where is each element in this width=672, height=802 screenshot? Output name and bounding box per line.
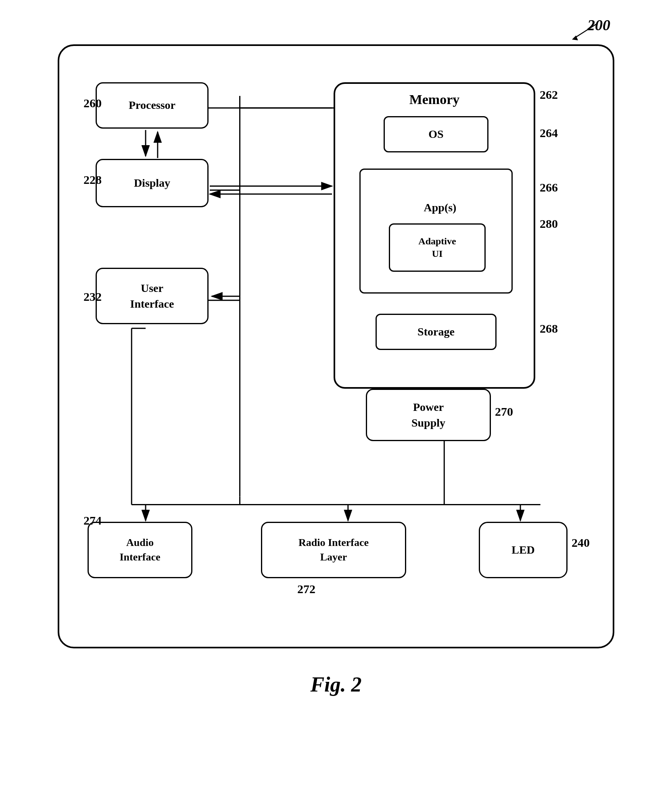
user-interface-box: UserInterface [96, 268, 209, 324]
diagram-area: Processor 260 Display 228 UserInterface … [83, 70, 589, 615]
apps-outer-box: App(s) AdaptiveUI [359, 169, 513, 294]
storage-label: Storage [417, 325, 455, 339]
power-supply-label: PowerSupply [411, 399, 445, 431]
radio-interface-layer-label: Radio InterfaceLayer [298, 535, 369, 565]
display-ref: 228 [83, 173, 102, 187]
memory-title: Memory [335, 92, 534, 107]
audio-interface-ref: 274 [83, 514, 102, 527]
power-supply-ref: 270 [495, 405, 513, 419]
led-label: LED [511, 543, 535, 557]
user-interface-label: UserInterface [130, 280, 174, 312]
storage-ref: 268 [540, 322, 558, 335]
os-label: OS [428, 127, 443, 142]
os-ref: 264 [540, 126, 558, 140]
audio-interface-box: AudioInterface [88, 522, 192, 578]
main-diagram-box: Processor 260 Display 228 UserInterface … [58, 44, 614, 648]
memory-box: Memory 262 OS 264 App(s) AdaptiveUI 266 … [334, 82, 535, 389]
radio-interface-layer-box: Radio InterfaceLayer [261, 522, 406, 578]
processor-label: Processor [129, 98, 175, 112]
display-box: Display [96, 159, 209, 207]
adaptive-ui-ref: 280 [540, 217, 558, 231]
adaptive-ui-box: AdaptiveUI [389, 223, 486, 272]
led-ref: 240 [572, 536, 590, 550]
audio-interface-label: AudioInterface [119, 535, 160, 565]
processor-box: Processor [96, 82, 209, 129]
os-box: OS [384, 116, 488, 152]
storage-box: Storage [376, 314, 497, 350]
user-interface-ref: 232 [83, 290, 102, 304]
led-box: LED [479, 522, 568, 578]
adaptive-ui-label: AdaptiveUI [418, 235, 456, 260]
memory-ref: 262 [540, 88, 558, 102]
processor-ref: 260 [83, 96, 102, 110]
page-container: 200 [0, 0, 672, 802]
apps-label: App(s) [424, 200, 457, 215]
display-label: Display [134, 176, 170, 190]
svg-line-0 [574, 24, 596, 38]
radio-interface-layer-ref: 272 [297, 582, 315, 596]
apps-ref: 266 [540, 181, 558, 194]
power-supply-box: PowerSupply [366, 389, 491, 441]
fig-caption: Fig. 2 [310, 673, 361, 696]
